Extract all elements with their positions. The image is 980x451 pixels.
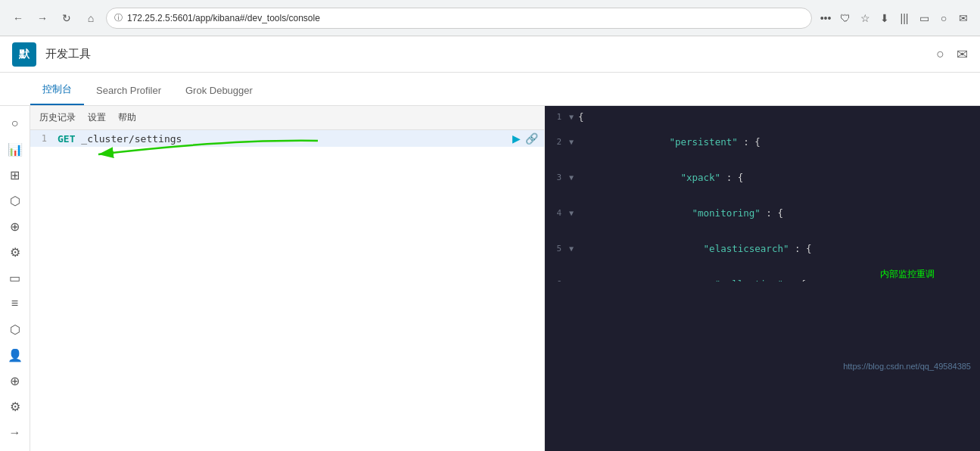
profile-icon[interactable]: ○ (936, 11, 951, 26)
tab-grok-debugger[interactable]: Grok Debugger (173, 77, 265, 105)
security-icon: ⓘ (114, 12, 123, 23)
address-bar[interactable]: ⓘ 172.25.2.5:5601/app/kibana#/dev_tools/… (106, 8, 812, 29)
status-url: https://blog.csdn.net/qq_49584385 (843, 362, 971, 371)
library-icon[interactable]: ||| (897, 11, 912, 26)
app-topbar: 默 开发工具 ○ ✉ (0, 36, 980, 73)
output-status-bar: https://blog.csdn.net/qq_49584385 (545, 281, 980, 451)
back-button[interactable]: ← (9, 9, 27, 27)
right-panel: 1 ▼ { 2 ▼ "persistent" : { 3 (545, 106, 980, 451)
sidebar-icon-discover[interactable]: ○ (3, 112, 27, 135)
sidebar-icon-canvas[interactable]: ⬡ (3, 189, 27, 212)
annotation-line6: 内部监控重调 (880, 268, 935, 281)
run-button[interactable]: ▶ (512, 132, 521, 145)
star-icon[interactable]: ☆ (857, 11, 873, 26)
forward-button[interactable]: → (33, 9, 51, 27)
download-icon[interactable]: ⬇ (877, 11, 892, 26)
left-panel: 历史记录 设置 帮助 (30, 106, 545, 451)
topbar-profile-icon[interactable]: ○ (936, 46, 944, 62)
app-container: 默 开发工具 ○ ✉ 控制台 Search Profiler Grok Debu… (0, 36, 980, 451)
help-button[interactable]: 帮助 (118, 111, 136, 124)
editor-content[interactable]: 1 GET _cluster/settings ▶ 🔗 (30, 130, 544, 451)
line-number-1: 1 (30, 133, 53, 144)
main-area: ○ 📊 ⊞ ⬡ ⊕ ⚙ ▭ ≡ ⬡ 👤 ⊕ ⚙ → 历史记录 设置 (0, 106, 980, 451)
url-text: 172.25.2.5:5601/app/kibana#/dev_tools/co… (127, 13, 320, 23)
output-line-6: 6 ▼ "collection" : { 内部监控重调 (545, 266, 980, 281)
tabs-bar: 控制台 Search Profiler Grok Debugger (0, 73, 980, 106)
sidebar-icon-visualize[interactable]: 📊 (3, 138, 27, 160)
topbar-right: ○ ✉ (936, 46, 968, 63)
sidebar: ○ 📊 ⊞ ⬡ ⊕ ⚙ ▭ ≡ ⬡ 👤 ⊕ ⚙ → (0, 106, 30, 451)
editor-line-1[interactable]: 1 GET _cluster/settings ▶ 🔗 (30, 130, 544, 147)
window-icon[interactable]: ▭ (916, 11, 932, 26)
output-line-5: 5 ▼ "elasticsearch" : { (545, 231, 980, 266)
refresh-button[interactable]: ↻ (58, 9, 76, 27)
sidebar-icon-dashboard[interactable]: ⊞ (3, 163, 27, 186)
tab-search-profiler[interactable]: Search Profiler (84, 77, 173, 105)
editor-toolbar: 历史记录 设置 帮助 (30, 106, 544, 130)
history-button[interactable]: 历史记录 (39, 111, 76, 124)
shield-icon[interactable]: 🛡 (838, 11, 853, 26)
output-line-3: 3 ▼ "xpack" : { (545, 160, 980, 195)
sidebar-icon-logs[interactable]: ≡ (3, 292, 27, 315)
sidebar-icon-infrastructure[interactable]: ▭ (3, 266, 27, 289)
editor-area: 历史记录 设置 帮助 (30, 106, 980, 451)
more-icon[interactable]: ••• (818, 11, 833, 26)
sidebar-icon-ml[interactable]: ⚙ (3, 241, 27, 263)
sidebar-icon-dev[interactable]: ⊕ (3, 369, 27, 392)
settings-button[interactable]: 设置 (88, 111, 106, 124)
copy-as-curl-button[interactable]: 🔗 (525, 132, 538, 145)
output-line-1: 1 ▼ { (545, 109, 980, 124)
sidebar-icon-maps[interactable]: ⊕ (3, 215, 27, 238)
output-line-4: 4 ▼ "monitoring" : { (545, 195, 980, 231)
sidebar-icon-uptime[interactable]: 👤 (3, 344, 27, 366)
line-code-1: GET _cluster/settings (53, 133, 182, 145)
app-logo: 默 (12, 42, 36, 67)
sidebar-icon-apm[interactable]: ⬡ (3, 318, 27, 341)
sidebar-icon-management[interactable]: ⚙ (3, 395, 27, 418)
output-line-2: 2 ▼ "persistent" : { (545, 124, 980, 160)
topbar-mail-icon[interactable]: ✉ (957, 46, 968, 63)
sidebar-icon-collapse[interactable]: → (3, 421, 27, 445)
app-title: 开发工具 (45, 47, 91, 61)
mail-icon[interactable]: ✉ (956, 11, 971, 26)
browser-chrome: ← → ↻ ⌂ ⓘ 172.25.2.5:5601/app/kibana#/de… (0, 0, 980, 36)
home-button[interactable]: ⌂ (82, 9, 100, 27)
browser-actions: ••• 🛡 ☆ ⬇ ||| ▭ ○ ✉ (818, 11, 971, 26)
tab-console[interactable]: 控制台 (30, 75, 84, 105)
output-content[interactable]: 1 ▼ { 2 ▼ "persistent" : { 3 (545, 106, 980, 281)
line-actions-1: ▶ 🔗 (512, 132, 544, 145)
